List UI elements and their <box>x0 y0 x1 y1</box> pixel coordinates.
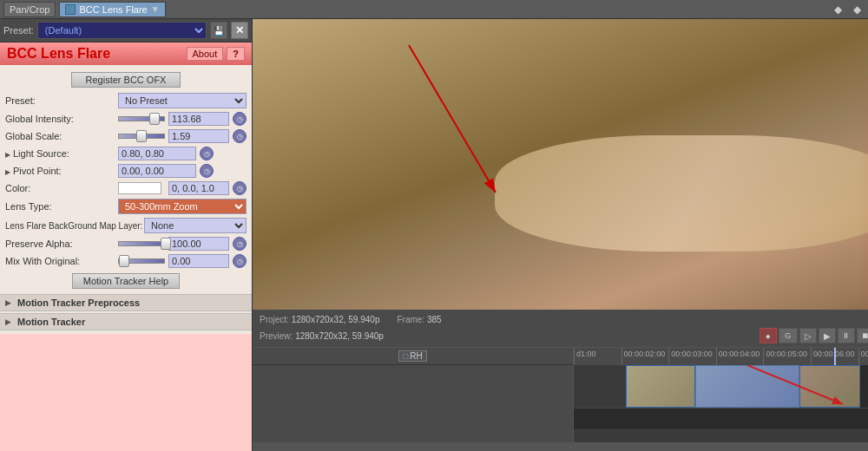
section-motion-tracker[interactable]: ▶ Motion Tracker <box>0 313 252 330</box>
stop-button[interactable]: ⏹ <box>857 328 868 343</box>
global-intensity-track[interactable] <box>118 116 165 121</box>
mix-track[interactable] <box>118 258 165 264</box>
global-scale-thumb[interactable] <box>136 130 147 142</box>
playhead[interactable] <box>834 348 836 365</box>
about-button[interactable]: About <box>187 47 224 61</box>
bg-map-dropdown-container: None <box>144 218 247 233</box>
ruler-marks-container: d1:00 00:00:02:00 00:00:03:00 00:00:04:0… <box>574 348 868 365</box>
record-button[interactable]: ● <box>760 328 777 343</box>
global-intensity-clock[interactable]: ◷ <box>233 112 247 126</box>
help-button[interactable]: ? <box>227 47 245 61</box>
timeline-ruler[interactable]: d1:00 00:00:02:00 00:00:03:00 00:00:04:0… <box>574 348 868 365</box>
bcc-tab-label: BCC Lens Flare <box>79 4 147 15</box>
global-scale-track[interactable] <box>118 134 165 139</box>
param-pivot-point-label[interactable]: Pivot Point: <box>5 166 118 176</box>
ruler-mark-7: 00:00:07:00 <box>858 348 868 365</box>
preserve-alpha-clock[interactable]: ◷ <box>233 237 247 251</box>
global-intensity-thumb[interactable] <box>149 113 160 125</box>
save-preset-button[interactable]: 💾 <box>210 22 227 39</box>
frame-info: Frame: 385 <box>397 315 441 324</box>
mix-value: 0.00 <box>168 254 229 268</box>
preserve-alpha-track[interactable] <box>118 241 165 246</box>
preserve-alpha-thumb[interactable] <box>161 238 171 250</box>
color-clock[interactable]: ◷ <box>233 181 247 195</box>
tab-pan-crop[interactable]: Pan/Crop <box>3 2 56 17</box>
light-source-container: 0.80, 0.80 ◷ <box>118 147 247 160</box>
track-labels <box>253 365 574 442</box>
track-clip-3[interactable] <box>799 365 860 408</box>
section-motion-tracker-preprocess[interactable]: ▶ Motion Tracker Preprocess <box>0 294 252 311</box>
lens-type-dropdown-container: 50-300mm Zoom <box>118 199 247 214</box>
nav-left-icon[interactable]: ◆ <box>830 2 845 17</box>
video-track: 🔗 <box>574 365 868 409</box>
content-area: Preset: (Default) 💾 ✕ BCC Lens Flare Abo… <box>0 19 868 451</box>
param-global-intensity-label: Global Intensity: <box>5 114 118 124</box>
right-panel: Project: 1280x720x32, 59.940p Frame: 385… <box>253 19 868 451</box>
param-mix-row: Mix With Original: 0.00 ◷ <box>0 252 252 270</box>
ruler-mark-4: 00:00:04:00 <box>716 348 764 365</box>
param-global-scale-label: Global Scale: <box>5 131 118 141</box>
pivot-point-clock[interactable]: ◷ <box>200 164 214 178</box>
app-window: Pan/Crop BCC Lens Flare ▼ ◆ ◆ Preset: (D… <box>0 0 868 451</box>
param-light-source-label[interactable]: Light Source: <box>5 148 118 159</box>
preset-param-dropdown[interactable]: No Preset <box>118 93 247 108</box>
mix-thumb[interactable] <box>119 255 129 267</box>
pause-button[interactable]: ⏸ <box>838 328 855 343</box>
param-lens-type-row: Lens Type: 50-300mm Zoom <box>0 197 252 216</box>
pivot-point-container: 0.00, 0.00 ◷ <box>118 164 247 178</box>
section-label-2: Motion Tracker <box>17 317 85 327</box>
video-area <box>253 19 868 310</box>
close-panel-button[interactable]: ✕ <box>231 22 248 39</box>
clip-1-thumbnail <box>627 366 694 407</box>
frame-label: Frame: <box>397 315 424 324</box>
global-scale-clock[interactable]: ◷ <box>233 129 247 143</box>
param-mix-label: Mix With Original: <box>5 256 118 266</box>
mix-slider-container: 0.00 ◷ <box>118 254 247 268</box>
preset-dropdown[interactable]: (Default) <box>37 22 207 39</box>
project-info: Project: 1280x720x32, 59.940p <box>260 315 379 324</box>
color-container: 0, 0.0, 1.0 ◷ <box>118 181 247 195</box>
param-color-label: Color: <box>5 183 118 193</box>
register-row: Register BCC OFX <box>0 69 252 91</box>
mix-clock[interactable]: ◷ <box>233 254 247 268</box>
ruler-mark-1: d1:00 <box>574 348 621 365</box>
audio-track <box>574 409 868 430</box>
frame-value: 385 <box>427 315 442 324</box>
play-in-button[interactable]: ▷ <box>799 328 817 343</box>
param-global-scale-row: Global Scale: 1.59 ◷ <box>0 127 252 145</box>
param-color-row: Color: 0, 0.0, 1.0 ◷ <box>0 180 252 197</box>
param-preserve-alpha-row: Preserve Alpha: 100.00 ◷ <box>0 235 252 252</box>
project-value: 1280x720x32, 59.940p <box>292 315 380 324</box>
preview-info: Preview: 1280x720x32, 59.940p <box>260 330 754 343</box>
color-value: 0, 0.0, 1.0 <box>168 181 229 195</box>
pan-crop-label: Pan/Crop <box>10 4 49 15</box>
section-arrow-1: ▶ <box>5 298 14 307</box>
nav-right-icon[interactable]: ◆ <box>849 2 865 17</box>
color-swatch[interactable] <box>118 182 161 194</box>
light-source-value: 0.80, 0.80 <box>118 147 196 160</box>
light-source-clock[interactable]: ◷ <box>200 147 214 160</box>
timeline-scrollbar[interactable] <box>253 442 868 451</box>
param-global-intensity-row: Global Intensity: 113.68 ◷ <box>0 110 252 127</box>
plugin-panel: BCC Lens Flare About ? Register BCC OFX … <box>0 42 252 451</box>
section-label-1: Motion Tracker Preprocess <box>17 297 140 308</box>
param-bg-map-row: Lens Flare BackGround Map Layer: None <box>0 216 252 235</box>
play-button[interactable]: ▶ <box>819 328 836 343</box>
param-light-source-row: Light Source: 0.80, 0.80 ◷ <box>0 145 252 162</box>
preview-value: 1280x720x32, 59.940p <box>295 331 384 341</box>
lens-type-dropdown[interactable]: 50-300mm Zoom <box>118 199 247 214</box>
preset-bar: Preset: (Default) 💾 ✕ <box>0 19 252 42</box>
g-button[interactable]: G <box>779 328 798 343</box>
plugin-header: BCC Lens Flare About ? <box>0 42 252 65</box>
tab-arrow[interactable]: ▼ <box>151 4 160 14</box>
tab-bcc-lens-flare[interactable]: BCC Lens Flare ▼ <box>59 2 165 17</box>
track-clip-1[interactable] <box>626 365 695 408</box>
tab-icon <box>65 4 76 15</box>
video-controls: Project: 1280x720x32, 59.940p Frame: 385… <box>253 310 868 347</box>
register-button[interactable]: Register BCC OFX <box>71 72 181 88</box>
pivot-point-value: 0.00, 0.00 <box>118 164 196 178</box>
bg-map-dropdown[interactable]: None <box>144 218 247 233</box>
track-clip-2[interactable] <box>695 365 799 408</box>
ruler-mark-2: 00:00:02:00 <box>621 348 669 365</box>
motion-tracker-help-button[interactable]: Motion Tracker Help <box>72 273 180 289</box>
